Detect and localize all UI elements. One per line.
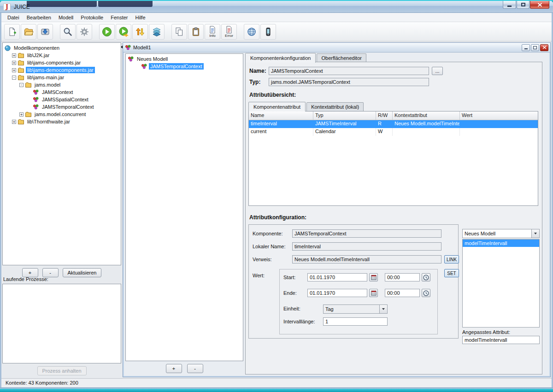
tree-item[interactable]: JAMSSpatialContext bbox=[3, 96, 121, 103]
run-model-button[interactable] bbox=[116, 24, 131, 40]
stop-process-button[interactable]: Prozess anhalten bbox=[37, 366, 87, 375]
menu-bearbeiten[interactable]: Bearbeiten bbox=[23, 14, 55, 21]
einheit-combobox[interactable]: Tag bbox=[323, 304, 388, 314]
browse-name-button[interactable]: ... bbox=[432, 67, 443, 75]
link-button[interactable]: LINK bbox=[444, 255, 459, 263]
table-row[interactable]: current Calendar W bbox=[249, 128, 538, 136]
verweis-field[interactable]: Neues Modell.modelTimeIntervall bbox=[292, 255, 441, 263]
intervalllaenge-field[interactable]: 1 bbox=[323, 317, 388, 326]
model-frame-title: Modell1 bbox=[133, 45, 151, 50]
tree-item-selected[interactable]: JAMSTemporalContext bbox=[126, 63, 243, 70]
tree-item[interactable]: - jams.model bbox=[3, 81, 121, 88]
column-header[interactable]: R/W bbox=[376, 111, 393, 120]
swap-arrows-icon bbox=[135, 27, 145, 37]
column-header[interactable]: Typ bbox=[313, 111, 376, 120]
tree-item-root[interactable]: Modellkomponenten bbox=[3, 44, 121, 52]
table-row-selected[interactable]: timeInterval JAMSTimeInterval R Neues Mo… bbox=[249, 120, 538, 128]
running-processes-section: Laufende Prozesse: Prozess anhalten bbox=[2, 275, 121, 377]
start-calendar-button[interactable] bbox=[369, 273, 378, 281]
komponente-field[interactable]: JAMSTemporalContext bbox=[292, 229, 441, 238]
web-button[interactable] bbox=[244, 24, 259, 40]
lokaler-name-field[interactable]: timeInterval bbox=[292, 242, 441, 251]
component-icon bbox=[33, 104, 39, 110]
name-field[interactable]: JAMSTemporalContext bbox=[269, 67, 429, 75]
tree-item[interactable]: + jams.model.concurrent bbox=[3, 111, 121, 118]
jar-icon bbox=[18, 67, 24, 73]
paste-button[interactable] bbox=[188, 24, 204, 40]
expander-icon[interactable]: + bbox=[12, 53, 16, 58]
frame-close-button[interactable] bbox=[540, 44, 548, 51]
ende-date-field[interactable]: 01.01.1970 bbox=[307, 289, 367, 297]
typ-field[interactable]: jams.model.JAMSTemporalContext bbox=[269, 78, 429, 86]
ende-clock-button[interactable] bbox=[422, 289, 430, 297]
custom-attribute-field[interactable]: modelTimeIntervall bbox=[462, 336, 540, 344]
info-log-button[interactable]: Info bbox=[205, 24, 220, 40]
menu-protokolle[interactable]: Protokolle bbox=[77, 14, 107, 21]
ende-time-field[interactable]: 00:00 bbox=[385, 289, 420, 297]
tree-item[interactable]: + lib\J2K.jar bbox=[3, 52, 121, 59]
window-controls bbox=[502, 1, 549, 9]
open-model-button[interactable] bbox=[21, 24, 36, 40]
run-button[interactable] bbox=[99, 24, 115, 40]
layers-button[interactable] bbox=[149, 24, 165, 40]
tree-item[interactable]: JAMSTemporalContext bbox=[3, 103, 121, 111]
error-log-button[interactable]: Error bbox=[221, 24, 237, 40]
tree-item[interactable]: - lib\jams-main.jar bbox=[3, 74, 121, 81]
reload-libraries-button[interactable] bbox=[132, 24, 148, 40]
expander-icon[interactable]: + bbox=[19, 112, 24, 117]
frame-maximize-button[interactable] bbox=[531, 44, 539, 51]
list-item-selected[interactable]: modelTimeIntervall bbox=[463, 240, 539, 247]
config-panel: Name: JAMSTemporalContext ... Typ: jams.… bbox=[245, 62, 542, 374]
expander-icon[interactable]: + bbox=[12, 61, 16, 65]
maximize-button[interactable] bbox=[517, 1, 529, 9]
tab-kontextattribut[interactable]: Kontextattribut (lokal) bbox=[306, 102, 364, 111]
tree-item[interactable]: Neues Modell bbox=[126, 55, 243, 63]
set-button[interactable]: SET bbox=[444, 269, 459, 277]
tab-oberflaecheneditor[interactable]: Oberflächeneditor bbox=[317, 53, 366, 62]
custom-attribute-label: Angepasstes Attribut: bbox=[462, 329, 510, 335]
menu-fenster[interactable]: Fenster bbox=[107, 14, 131, 21]
menu-datei[interactable]: Datei bbox=[4, 14, 23, 21]
search-button[interactable] bbox=[60, 24, 76, 40]
new-model-button[interactable] bbox=[4, 24, 20, 40]
expander-icon[interactable]: - bbox=[19, 83, 24, 87]
save-model-button[interactable] bbox=[37, 24, 53, 40]
ende-calendar-button[interactable] bbox=[369, 289, 378, 297]
expander-icon[interactable]: + bbox=[12, 68, 16, 72]
menu-hilfe[interactable]: Hilfe bbox=[132, 14, 149, 21]
column-header[interactable]: Kontextattribut bbox=[393, 111, 460, 120]
expander-icon[interactable]: - bbox=[12, 76, 16, 80]
model-frame: Modell1 bbox=[123, 42, 551, 377]
tab-komponentenkonfiguration[interactable]: Komponentenkonfiguration bbox=[245, 53, 316, 63]
start-date-field[interactable]: 01.01.1970 bbox=[307, 273, 367, 281]
cell-kontextattribut: Neues Modell.modelTimeIntervall bbox=[393, 120, 460, 128]
run-icon bbox=[101, 26, 112, 37]
tree-item[interactable]: + lib\Thornthwaite.jar bbox=[3, 118, 121, 125]
model-tree-buttons: + - bbox=[125, 364, 243, 373]
device-button[interactable] bbox=[260, 24, 276, 40]
model-frame-controls bbox=[522, 44, 548, 51]
expander-icon[interactable]: + bbox=[12, 120, 16, 124]
close-button[interactable] bbox=[530, 1, 549, 9]
column-header[interactable]: Wert bbox=[460, 111, 538, 120]
model-frame-titlebar[interactable]: Modell1 bbox=[123, 43, 550, 53]
chevron-down-icon[interactable] bbox=[531, 229, 539, 238]
component-icon bbox=[33, 89, 39, 95]
start-time-field[interactable]: 00:00 bbox=[385, 273, 420, 281]
tree-item[interactable]: + lib\jams-components.jar bbox=[3, 59, 121, 66]
chevron-down-icon[interactable] bbox=[379, 305, 387, 313]
tree-item-selected[interactable]: + lib\jams-democomponents.jar bbox=[3, 66, 121, 74]
settings-button[interactable] bbox=[76, 24, 92, 40]
copy-button[interactable] bbox=[171, 24, 187, 40]
add-component-button[interactable]: + bbox=[166, 364, 182, 373]
tab-komponentenattribut[interactable]: Komponentenattribut bbox=[248, 102, 306, 111]
tree-item[interactable]: JAMSContext bbox=[3, 88, 121, 96]
remove-component-button[interactable]: - bbox=[187, 364, 203, 373]
menu-modell[interactable]: Modell bbox=[55, 14, 77, 21]
minimize-button[interactable] bbox=[503, 1, 516, 9]
frame-minimize-button[interactable] bbox=[522, 44, 530, 51]
column-header[interactable]: Name bbox=[249, 111, 313, 120]
start-clock-button[interactable] bbox=[422, 273, 430, 281]
window-titlebar[interactable]: J JUICE bbox=[0, 1, 553, 13]
context-combobox[interactable]: Neues Modell bbox=[462, 229, 540, 238]
